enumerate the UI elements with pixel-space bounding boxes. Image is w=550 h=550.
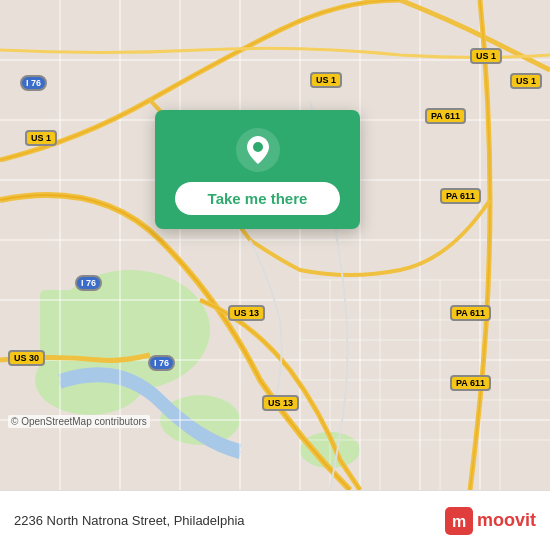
badge-us1-top-right: US 1: [470, 48, 502, 64]
badge-pa611-1: PA 611: [425, 108, 466, 124]
take-me-there-button[interactable]: Take me there: [175, 182, 340, 215]
badge-i76-1: I 76: [20, 75, 47, 91]
badge-pa611-3: PA 611: [450, 305, 491, 321]
osm-credit: © OpenStreetMap contributors: [8, 415, 150, 428]
badge-pa611-4: PA 611: [450, 375, 491, 391]
badge-us30: US 30: [8, 350, 45, 366]
badge-us13-1: US 13: [228, 305, 265, 321]
svg-text:m: m: [452, 513, 466, 530]
badge-us1-left: US 1: [25, 130, 57, 146]
location-pin-icon: [236, 128, 280, 172]
svg-point-32: [253, 142, 263, 152]
moovit-logo: m moovit: [445, 507, 536, 535]
badge-us13-2: US 13: [262, 395, 299, 411]
moovit-logo-text: moovit: [477, 510, 536, 531]
address-text: 2236 North Natrona Street, Philadelphia: [14, 513, 245, 528]
popup-card: Take me there: [155, 110, 360, 229]
map-container: I 76 US 1 US 1 US 1 US 1 PA 611 PA 611 P…: [0, 0, 550, 490]
badge-pa611-2: PA 611: [440, 188, 481, 204]
moovit-icon: m: [445, 507, 473, 535]
bottom-bar: 2236 North Natrona Street, Philadelphia …: [0, 490, 550, 550]
badge-us1-right: US 1: [510, 73, 542, 89]
badge-us1-center: US 1: [310, 72, 342, 88]
svg-rect-3: [40, 290, 140, 380]
badge-i76-3: I 76: [148, 355, 175, 371]
badge-i76-2: I 76: [75, 275, 102, 291]
